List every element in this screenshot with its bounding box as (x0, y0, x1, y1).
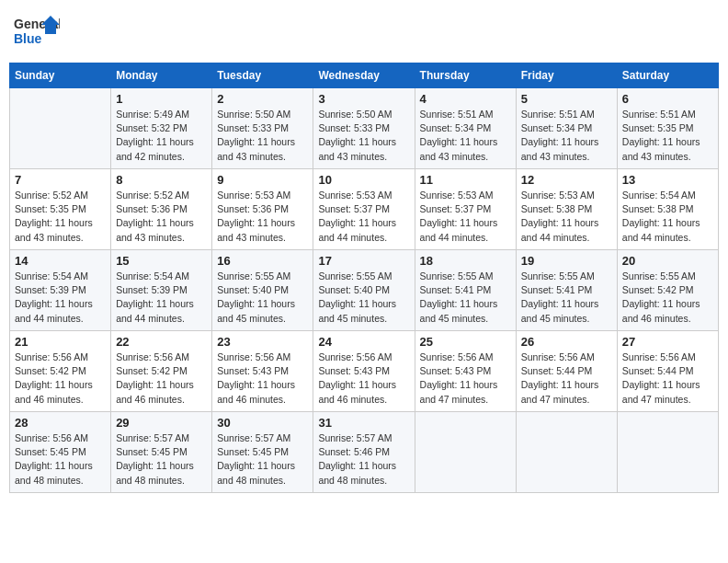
calendar-cell: 12Sunrise: 5:53 AMSunset: 5:38 PMDayligh… (516, 169, 617, 250)
day-number: 2 (217, 92, 308, 106)
day-info: Sunrise: 5:55 AMSunset: 5:42 PMDaylight:… (622, 270, 713, 326)
calendar-cell: 10Sunrise: 5:53 AMSunset: 5:37 PMDayligh… (313, 169, 415, 250)
day-info: Sunrise: 5:51 AMSunset: 5:34 PMDaylight:… (420, 108, 511, 164)
calendar-cell (516, 412, 617, 493)
day-info: Sunrise: 5:55 AMSunset: 5:41 PMDaylight:… (521, 270, 612, 326)
calendar-cell (10, 88, 111, 169)
day-info: Sunrise: 5:56 AMSunset: 5:44 PMDaylight:… (622, 350, 713, 407)
day-info: Sunrise: 5:55 AMSunset: 5:41 PMDaylight:… (420, 270, 511, 326)
day-number: 27 (622, 335, 713, 349)
calendar-cell: 5Sunrise: 5:51 AMSunset: 5:34 PMDaylight… (516, 88, 617, 169)
day-info: Sunrise: 5:54 AMSunset: 5:39 PMDaylight:… (15, 270, 106, 326)
day-number: 5 (521, 92, 612, 106)
calendar-cell: 11Sunrise: 5:53 AMSunset: 5:37 PMDayligh… (415, 169, 516, 250)
day-header-monday: Monday (111, 63, 212, 88)
calendar-table: SundayMondayTuesdayWednesdayThursdayFrid… (9, 63, 719, 493)
calendar-cell: 2Sunrise: 5:50 AMSunset: 5:33 PMDaylight… (212, 88, 313, 169)
day-info: Sunrise: 5:56 AMSunset: 5:42 PMDaylight:… (116, 350, 207, 407)
day-number: 9 (217, 173, 308, 187)
day-info: Sunrise: 5:53 AMSunset: 5:37 PMDaylight:… (318, 189, 409, 245)
day-info: Sunrise: 5:50 AMSunset: 5:33 PMDaylight:… (217, 108, 308, 164)
week-row-1: 1Sunrise: 5:49 AMSunset: 5:32 PMDaylight… (10, 88, 719, 169)
calendar-cell: 30Sunrise: 5:57 AMSunset: 5:45 PMDayligh… (212, 412, 313, 493)
calendar-cell: 20Sunrise: 5:55 AMSunset: 5:42 PMDayligh… (617, 250, 718, 331)
day-number: 10 (318, 173, 409, 187)
day-info: Sunrise: 5:51 AMSunset: 5:34 PMDaylight:… (521, 108, 612, 164)
calendar-cell: 25Sunrise: 5:56 AMSunset: 5:43 PMDayligh… (415, 331, 516, 412)
calendar-cell: 15Sunrise: 5:54 AMSunset: 5:39 PMDayligh… (111, 250, 212, 331)
day-number: 17 (318, 254, 409, 268)
day-info: Sunrise: 5:51 AMSunset: 5:35 PMDaylight:… (622, 108, 713, 164)
calendar-cell: 7Sunrise: 5:52 AMSunset: 5:35 PMDaylight… (10, 169, 111, 250)
day-header-tuesday: Tuesday (212, 63, 313, 88)
day-number: 7 (15, 173, 106, 187)
day-info: Sunrise: 5:52 AMSunset: 5:35 PMDaylight:… (15, 189, 106, 245)
calendar-cell: 4Sunrise: 5:51 AMSunset: 5:34 PMDaylight… (415, 88, 516, 169)
calendar-cell: 28Sunrise: 5:56 AMSunset: 5:45 PMDayligh… (10, 412, 111, 493)
day-info: Sunrise: 5:56 AMSunset: 5:44 PMDaylight:… (521, 350, 612, 407)
day-number: 3 (318, 92, 409, 106)
week-row-2: 7Sunrise: 5:52 AMSunset: 5:35 PMDaylight… (10, 169, 719, 250)
day-header-sunday: Sunday (10, 63, 111, 88)
calendar-cell: 24Sunrise: 5:56 AMSunset: 5:43 PMDayligh… (313, 331, 415, 412)
calendar-cell: 13Sunrise: 5:54 AMSunset: 5:38 PMDayligh… (617, 169, 718, 250)
day-info: Sunrise: 5:56 AMSunset: 5:43 PMDaylight:… (318, 350, 409, 407)
day-number: 4 (420, 92, 511, 106)
day-info: Sunrise: 5:56 AMSunset: 5:45 PMDaylight:… (15, 431, 106, 488)
day-number: 22 (116, 335, 207, 349)
logo: General Blue (14, 14, 60, 55)
day-number: 6 (622, 92, 713, 106)
day-number: 12 (521, 173, 612, 187)
calendar-cell: 1Sunrise: 5:49 AMSunset: 5:32 PMDaylight… (111, 88, 212, 169)
calendar-cell: 6Sunrise: 5:51 AMSunset: 5:35 PMDaylight… (617, 88, 718, 169)
day-number: 25 (420, 335, 511, 349)
week-row-5: 28Sunrise: 5:56 AMSunset: 5:45 PMDayligh… (10, 412, 719, 493)
day-number: 29 (116, 416, 207, 430)
day-number: 31 (318, 416, 409, 430)
calendar-cell: 22Sunrise: 5:56 AMSunset: 5:42 PMDayligh… (111, 331, 212, 412)
day-info: Sunrise: 5:52 AMSunset: 5:36 PMDaylight:… (116, 189, 207, 245)
day-header-thursday: Thursday (415, 63, 516, 88)
day-number: 18 (420, 254, 511, 268)
calendar-cell: 27Sunrise: 5:56 AMSunset: 5:44 PMDayligh… (617, 331, 718, 412)
calendar-cell: 21Sunrise: 5:56 AMSunset: 5:42 PMDayligh… (10, 331, 111, 412)
day-info: Sunrise: 5:55 AMSunset: 5:40 PMDaylight:… (217, 270, 308, 326)
calendar-cell: 23Sunrise: 5:56 AMSunset: 5:43 PMDayligh… (212, 331, 313, 412)
day-number: 16 (217, 254, 308, 268)
day-info: Sunrise: 5:53 AMSunset: 5:38 PMDaylight:… (521, 189, 612, 245)
day-number: 28 (15, 416, 106, 430)
day-info: Sunrise: 5:53 AMSunset: 5:36 PMDaylight:… (217, 189, 308, 245)
day-info: Sunrise: 5:49 AMSunset: 5:32 PMDaylight:… (116, 108, 207, 164)
calendar-cell: 8Sunrise: 5:52 AMSunset: 5:36 PMDaylight… (111, 169, 212, 250)
day-info: Sunrise: 5:50 AMSunset: 5:33 PMDaylight:… (318, 108, 409, 164)
day-header-friday: Friday (516, 63, 617, 88)
day-info: Sunrise: 5:54 AMSunset: 5:38 PMDaylight:… (622, 189, 713, 245)
calendar-cell: 18Sunrise: 5:55 AMSunset: 5:41 PMDayligh… (415, 250, 516, 331)
header-row: SundayMondayTuesdayWednesdayThursdayFrid… (10, 63, 719, 88)
day-number: 26 (521, 335, 612, 349)
calendar-cell (415, 412, 516, 493)
day-number: 24 (318, 335, 409, 349)
day-header-wednesday: Wednesday (313, 63, 415, 88)
week-row-4: 21Sunrise: 5:56 AMSunset: 5:42 PMDayligh… (10, 331, 719, 412)
day-info: Sunrise: 5:53 AMSunset: 5:37 PMDaylight:… (420, 189, 511, 245)
day-number: 23 (217, 335, 308, 349)
day-number: 21 (15, 335, 106, 349)
day-number: 8 (116, 173, 207, 187)
day-info: Sunrise: 5:56 AMSunset: 5:43 PMDaylight:… (217, 350, 308, 407)
calendar-cell (617, 412, 718, 493)
svg-text:Blue: Blue (14, 31, 42, 46)
calendar-cell: 17Sunrise: 5:55 AMSunset: 5:40 PMDayligh… (313, 250, 415, 331)
calendar-cell: 26Sunrise: 5:56 AMSunset: 5:44 PMDayligh… (516, 331, 617, 412)
day-info: Sunrise: 5:56 AMSunset: 5:42 PMDaylight:… (15, 350, 106, 407)
calendar-cell: 3Sunrise: 5:50 AMSunset: 5:33 PMDaylight… (313, 88, 415, 169)
day-info: Sunrise: 5:54 AMSunset: 5:39 PMDaylight:… (116, 270, 207, 326)
week-row-3: 14Sunrise: 5:54 AMSunset: 5:39 PMDayligh… (10, 250, 719, 331)
day-number: 20 (622, 254, 713, 268)
calendar-cell: 29Sunrise: 5:57 AMSunset: 5:45 PMDayligh… (111, 412, 212, 493)
calendar-cell: 31Sunrise: 5:57 AMSunset: 5:46 PMDayligh… (313, 412, 415, 493)
day-info: Sunrise: 5:57 AMSunset: 5:45 PMDaylight:… (217, 431, 308, 488)
logo-svg: General Blue (14, 14, 60, 55)
day-number: 30 (217, 416, 308, 430)
day-header-saturday: Saturday (617, 63, 718, 88)
